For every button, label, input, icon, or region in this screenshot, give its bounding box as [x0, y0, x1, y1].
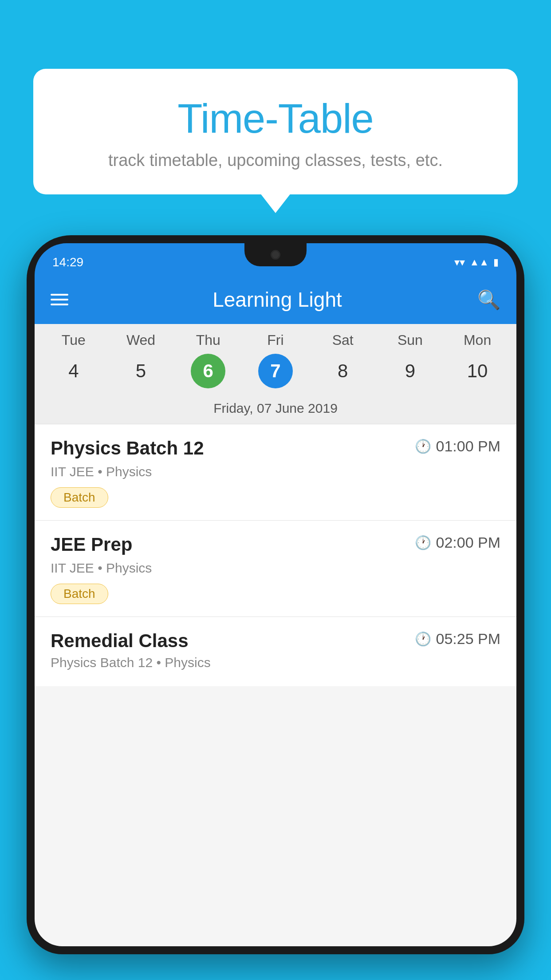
class-name: Physics Batch 12 [51, 438, 204, 459]
speech-bubble-card: Time-Table track timetable, upcoming cla… [33, 69, 518, 194]
class-name: JEE Prep [51, 534, 132, 555]
day-number-label: 8 [326, 354, 360, 388]
day-number-label: 10 [460, 354, 495, 388]
day-number-label: 7 [258, 354, 293, 388]
phone-frame: 14:29 ▾▾ ▲▲ ▮ Learning Light 🔍 [27, 235, 524, 980]
day-number-label: 5 [124, 354, 158, 388]
hamburger-line-1 [51, 294, 68, 296]
day-number-label: 4 [56, 354, 91, 388]
batch-badge: Batch [51, 584, 108, 604]
search-button[interactable]: 🔍 [477, 289, 500, 311]
calendar-strip: Tue4Wed5Thu6Fri7Sat8Sun9Mon10 Friday, 07… [35, 324, 516, 424]
clock-icon: 🕐 [415, 439, 431, 454]
calendar-days-row: Tue4Wed5Thu6Fri7Sat8Sun9Mon10 [35, 332, 516, 395]
calendar-day-tue[interactable]: Tue4 [56, 332, 91, 395]
class-time-text: 01:00 PM [436, 438, 500, 455]
status-icons: ▾▾ ▲▲ ▮ [454, 256, 499, 269]
class-subtitle: IIT JEE • Physics [51, 561, 500, 576]
class-subtitle: Physics Batch 12 • Physics [51, 655, 500, 670]
calendar-day-sun[interactable]: Sun9 [393, 332, 427, 395]
class-item-header: Remedial Class🕐05:25 PM [51, 630, 500, 652]
calendar-day-thu[interactable]: Thu6 [191, 332, 225, 395]
phone-outer: 14:29 ▾▾ ▲▲ ▮ Learning Light 🔍 [27, 235, 524, 954]
class-item[interactable]: Physics Batch 12🕐01:00 PMIIT JEE • Physi… [35, 424, 516, 521]
class-time-text: 02:00 PM [436, 534, 500, 551]
calendar-day-mon[interactable]: Mon10 [460, 332, 495, 395]
day-name-label: Tue [62, 332, 86, 348]
speech-bubble-subtitle: track timetable, upcoming classes, tests… [69, 151, 482, 170]
calendar-day-wed[interactable]: Wed5 [124, 332, 158, 395]
phone-screen: Learning Light 🔍 Tue4Wed5Thu6Fri7Sat8Sun… [35, 275, 516, 946]
clock-icon: 🕐 [415, 631, 431, 647]
day-name-label: Mon [464, 332, 491, 348]
app-title: Learning Light [77, 288, 477, 312]
class-time: 🕐01:00 PM [415, 438, 500, 455]
battery-icon: ▮ [493, 257, 499, 268]
class-subtitle: IIT JEE • Physics [51, 464, 500, 479]
class-time: 🕐02:00 PM [415, 534, 500, 551]
class-item[interactable]: Remedial Class🕐05:25 PMPhysics Batch 12 … [35, 617, 516, 686]
class-time: 🕐05:25 PM [415, 630, 500, 648]
calendar-day-sat[interactable]: Sat8 [326, 332, 360, 395]
hamburger-line-2 [51, 299, 68, 300]
batch-badge: Batch [51, 487, 108, 508]
class-name: Remedial Class [51, 630, 189, 652]
hamburger-line-3 [51, 304, 68, 305]
class-item[interactable]: JEE Prep🕐02:00 PMIIT JEE • PhysicsBatch [35, 521, 516, 617]
day-number-label: 6 [191, 354, 225, 388]
wifi-icon: ▾▾ [454, 256, 465, 269]
class-time-text: 05:25 PM [436, 630, 500, 648]
phone-notch [244, 243, 307, 266]
class-item-header: JEE Prep🕐02:00 PM [51, 534, 500, 555]
day-number-label: 9 [393, 354, 427, 388]
phone-camera [271, 250, 280, 260]
speech-bubble-section: Time-Table track timetable, upcoming cla… [33, 69, 518, 194]
day-name-label: Thu [196, 332, 220, 348]
signal-icon: ▲▲ [469, 257, 489, 268]
day-name-label: Wed [126, 332, 155, 348]
classes-list: Physics Batch 12🕐01:00 PMIIT JEE • Physi… [35, 424, 516, 686]
calendar-day-fri[interactable]: Fri7 [258, 332, 293, 395]
day-name-label: Sat [332, 332, 354, 348]
calendar-selected-date: Friday, 07 June 2019 [35, 395, 516, 424]
status-time: 14:29 [52, 255, 83, 269]
day-name-label: Fri [267, 332, 283, 348]
class-item-header: Physics Batch 12🕐01:00 PM [51, 438, 500, 459]
hamburger-menu-button[interactable] [51, 294, 68, 305]
app-header: Learning Light 🔍 [35, 275, 516, 324]
day-name-label: Sun [398, 332, 423, 348]
clock-icon: 🕐 [415, 535, 431, 550]
speech-bubble-title: Time-Table [69, 95, 482, 142]
